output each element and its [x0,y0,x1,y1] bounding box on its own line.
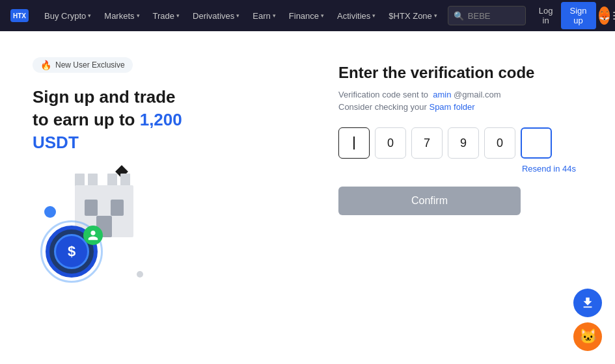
spam-note: Consider checking your Spam folder [338,102,576,112]
nav-htx-zone[interactable]: $HTX Zone ▾ [383,0,442,31]
chevron-down-icon: ▾ [321,12,324,19]
nav-buy-crypto[interactable]: Buy Crypto ▾ [39,0,96,31]
resend-row: Resend in 44s [338,164,576,174]
otp-input-3[interactable] [411,127,443,159]
svg-rect-3 [120,174,130,187]
search-input[interactable] [468,11,520,21]
login-button[interactable]: Log in [534,6,558,25]
nav-derivatives[interactable]: Derivatives ▾ [187,0,245,31]
svg-rect-6 [111,200,124,216]
amount-highlight: 1,200 [140,110,182,129]
svg-rect-2 [107,174,117,187]
avatar[interactable]: 🦊 [599,6,610,25]
otp-input-1[interactable] [338,127,370,159]
chevron-down-icon: ▾ [137,12,140,19]
search-box[interactable]: 🔍 [448,6,526,25]
headline: Sign up and trade to earn up to 1,200 US… [33,86,267,154]
chevron-down-icon: ▾ [236,12,239,19]
confirm-button[interactable]: Confirm [338,187,521,215]
chat-float-button[interactable]: 🐱 [573,322,602,351]
spam-folder-link[interactable]: Spam folder [429,102,474,112]
resend-timer[interactable]: Resend in 44s [522,164,576,174]
verify-subtitle: Verification code sent to amin @gmail.co… [338,90,576,99]
otp-input-6[interactable] [521,127,552,159]
logo[interactable]: HTX [10,9,31,22]
user-exclusive-badge: 🔥 New User Exclusive [33,57,133,73]
chevron-down-icon: ▾ [273,12,276,19]
otp-input-2[interactable] [375,127,406,159]
signup-button[interactable]: Sign up [561,2,596,29]
otp-input-5[interactable] [484,127,515,159]
search-icon: 🔍 [454,11,464,21]
nav-markets[interactable]: Markets ▾ [99,0,144,31]
svg-rect-0 [75,174,85,187]
logo-icon: HTX [10,9,29,22]
navbar: HTX Buy Crypto ▾ Markets ▾ Trade ▾ Deriv… [0,0,615,31]
float-buttons: 🐱 [573,289,602,351]
email-name: amin [433,90,451,99]
right-panel: Enter the verification code Verification… [299,31,615,364]
main-content: 🔥 New User Exclusive Sign up and trade t… [0,31,615,364]
verify-title: Enter the verification code [338,64,576,82]
fire-icon: 🔥 [40,60,51,70]
notifications-icon[interactable]: ☰ [612,5,615,26]
illustration: $ [33,167,163,284]
chevron-down-icon: ▾ [88,12,91,19]
svg-rect-1 [88,174,98,187]
chevron-down-icon: ▾ [372,12,376,19]
otp-input-4[interactable] [448,127,479,159]
nav-activities[interactable]: Activities ▾ [332,0,381,31]
gray-dot-decoration [137,271,143,278]
left-panel: 🔥 New User Exclusive Sign up and trade t… [0,31,299,364]
currency-highlight: USDT [33,133,79,152]
nav-trade[interactable]: Trade ▾ [148,0,185,31]
svg-rect-5 [85,200,98,216]
otp-row [338,127,576,159]
nav-earn[interactable]: Earn ▾ [247,0,280,31]
chevron-down-icon: ▾ [176,12,180,19]
chevron-down-icon: ▾ [434,12,437,19]
download-float-button[interactable] [573,289,602,317]
nav-finance[interactable]: Finance ▾ [284,0,329,31]
blue-dot-decoration [44,206,56,218]
